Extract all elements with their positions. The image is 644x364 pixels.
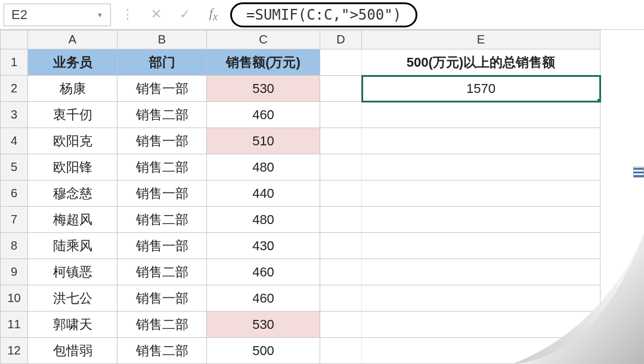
cell-E12[interactable]	[362, 338, 600, 364]
cell-A5[interactable]: 欧阳锋	[28, 154, 117, 181]
cell-E6[interactable]	[362, 181, 600, 207]
cell-E1[interactable]: 500(万元)以上的总销售额	[362, 49, 600, 76]
row-header[interactable]: 1	[1, 49, 28, 76]
col-header-C[interactable]: C	[207, 30, 320, 49]
cell-C4[interactable]: 510	[207, 128, 320, 154]
cell-B5[interactable]: 销售二部	[117, 154, 207, 181]
cell-C3[interactable]: 460	[207, 102, 320, 128]
cell-A6[interactable]: 穆念慈	[28, 181, 117, 207]
cell-E11[interactable]	[362, 312, 600, 338]
table-row: 5欧阳锋销售二部480	[1, 154, 600, 181]
cell-C11[interactable]: 530	[207, 312, 320, 338]
cell-A7[interactable]: 梅超风	[28, 207, 117, 233]
cell-E5[interactable]	[362, 154, 600, 181]
cell-B1[interactable]: 部门	[117, 49, 207, 76]
cell-D11[interactable]	[320, 312, 362, 338]
cell-D2[interactable]	[320, 76, 362, 102]
cell-D4[interactable]	[320, 128, 362, 154]
cell-B4[interactable]: 销售一部	[117, 128, 207, 154]
formula-text: =SUMIF(C:C,">500")	[246, 7, 401, 23]
formula-display[interactable]: =SUMIF(C:C,">500")	[230, 2, 417, 27]
row-header[interactable]: 9	[1, 259, 28, 285]
cell-D3[interactable]	[320, 102, 362, 128]
cell-B7[interactable]: 销售二部	[117, 207, 207, 233]
cell-B8[interactable]: 销售一部	[117, 233, 207, 259]
cell-E10[interactable]	[362, 285, 600, 312]
col-header-E[interactable]: E	[362, 30, 600, 49]
cell-C8[interactable]: 430	[207, 233, 320, 259]
cell-C2[interactable]: 530	[207, 76, 320, 102]
cell-B11[interactable]: 销售二部	[117, 312, 207, 338]
cell-E9[interactable]	[362, 259, 600, 285]
cell-A3[interactable]: 衷千仞	[28, 102, 117, 128]
cell-A9[interactable]: 柯镇恶	[28, 259, 117, 285]
name-box-value: E2	[11, 7, 27, 23]
cell-A2[interactable]: 杨康	[28, 76, 117, 102]
col-header-A[interactable]: A	[28, 30, 117, 49]
cell-C6[interactable]: 440	[207, 181, 320, 207]
row-header[interactable]: 4	[1, 128, 28, 154]
cell-D12[interactable]	[320, 338, 362, 364]
cell-E7[interactable]	[362, 207, 600, 233]
cell-C7[interactable]: 480	[207, 207, 320, 233]
vertical-dots-icon: ⋮	[120, 7, 135, 22]
col-header-D[interactable]: D	[320, 30, 362, 49]
confirm-icon[interactable]: ✓	[178, 7, 192, 22]
cell-E3[interactable]	[362, 102, 600, 128]
select-all-corner[interactable]	[1, 30, 28, 49]
cell-D5[interactable]	[320, 154, 362, 181]
name-box-dropdown-icon[interactable]: ▼	[97, 11, 103, 18]
cell-C10[interactable]: 460	[207, 285, 320, 312]
cell-D7[interactable]	[320, 207, 362, 233]
row-header[interactable]: 10	[1, 285, 28, 312]
table-row: 11郭啸天销售二部530	[1, 312, 600, 338]
row-header[interactable]: 3	[1, 102, 28, 128]
cell-E8[interactable]	[362, 233, 600, 259]
cell-A4[interactable]: 欧阳克	[28, 128, 117, 154]
name-box[interactable]: E2 ▼	[4, 4, 111, 26]
row-header[interactable]: 5	[1, 154, 28, 181]
cell-B10[interactable]: 销售一部	[117, 285, 207, 312]
cell-B12[interactable]: 销售二部	[117, 338, 207, 364]
cell-C1[interactable]: 销售额(万元)	[207, 49, 320, 76]
table-row: 3衷千仞销售二部460	[1, 102, 600, 128]
table-row: 9柯镇恶销售二部460	[1, 259, 600, 285]
cell-C5[interactable]: 480	[207, 154, 320, 181]
cell-A10[interactable]: 洪七公	[28, 285, 117, 312]
cell-C12[interactable]: 500	[207, 338, 320, 364]
cell-B9[interactable]: 销售二部	[117, 259, 207, 285]
row-header[interactable]: 2	[1, 76, 28, 102]
cell-E2[interactable]: 1570	[362, 76, 600, 102]
table-row: 10洪七公销售一部460	[1, 285, 600, 312]
cell-A1[interactable]: 业务员	[28, 49, 117, 76]
row-header[interactable]: 8	[1, 233, 28, 259]
scrollbar-thumb-icon[interactable]	[633, 167, 644, 178]
row-header[interactable]: 7	[1, 207, 28, 233]
cell-D8[interactable]	[320, 233, 362, 259]
fx-icon[interactable]: fx	[206, 5, 221, 23]
cell-A8[interactable]: 陆乘风	[28, 233, 117, 259]
cell-D10[interactable]	[320, 285, 362, 312]
cell-B2[interactable]: 销售一部	[117, 76, 207, 102]
cell-B6[interactable]: 销售一部	[117, 181, 207, 207]
cancel-icon[interactable]: ✕	[149, 7, 163, 22]
spreadsheet-grid: A B C D E 1业务员部门销售额(万元)500(万元)以上的总销售额2杨康…	[0, 30, 644, 364]
cell-D6[interactable]	[320, 181, 362, 207]
table-row: 2杨康销售一部5301570	[1, 76, 600, 102]
table-row: 8陆乘风销售一部430	[1, 233, 600, 259]
table-row: 4欧阳克销售一部510	[1, 128, 600, 154]
table-row: 6穆念慈销售一部440	[1, 181, 600, 207]
sheet-table[interactable]: A B C D E 1业务员部门销售额(万元)500(万元)以上的总销售额2杨康…	[0, 30, 600, 364]
row-header[interactable]: 11	[1, 312, 28, 338]
cell-C9[interactable]: 460	[207, 259, 320, 285]
table-row: 12包惜弱销售二部500	[1, 338, 600, 364]
cell-D9[interactable]	[320, 259, 362, 285]
cell-E4[interactable]	[362, 128, 600, 154]
row-header[interactable]: 12	[1, 338, 28, 364]
col-header-B[interactable]: B	[117, 30, 207, 49]
cell-A11[interactable]: 郭啸天	[28, 312, 117, 338]
row-header[interactable]: 6	[1, 181, 28, 207]
cell-D1[interactable]	[320, 49, 362, 76]
cell-B3[interactable]: 销售二部	[117, 102, 207, 128]
cell-A12[interactable]: 包惜弱	[28, 338, 117, 364]
